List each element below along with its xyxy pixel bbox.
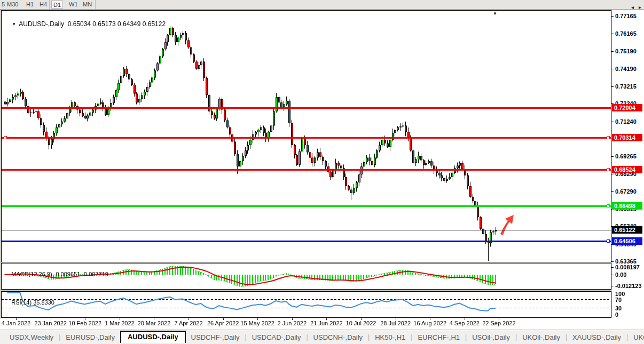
price-tick-label: 0.69265 <box>615 153 637 159</box>
date-label: 26 Apr 2022 <box>207 320 239 326</box>
date-label: 22 Sep 2022 <box>482 320 515 326</box>
date-tick <box>154 318 154 320</box>
date-label: 2 Jun 2022 <box>278 320 307 326</box>
date-tick <box>396 318 396 320</box>
line-handle[interactable] <box>607 239 610 243</box>
timeframe-button-mn[interactable]: MN <box>81 1 93 9</box>
current-price-line[interactable] <box>2 230 611 230</box>
price-line-label: 0.70314 <box>612 134 642 141</box>
macd-label: MACD(12,26,9) -0.009651 -0.007719 <box>5 265 108 284</box>
horizontal-level-line[interactable] <box>2 205 611 207</box>
chart-tab-bar: USDX,Weekly|EURUSD-,DailyAUDUSD-,DailyUS… <box>0 330 644 344</box>
price-chart-canvas[interactable] <box>2 11 611 262</box>
timeframe-button-h4[interactable]: H4 <box>38 1 49 9</box>
horizontal-level-line[interactable] <box>2 107 611 109</box>
price-tick-label: 0.71240 <box>615 118 637 125</box>
chart-tab-usdchf-daily[interactable]: USDCHF-,Daily <box>186 332 245 343</box>
rsi-tick-label: 30 <box>615 305 622 311</box>
price-line-label: 0.72004 <box>612 104 642 111</box>
timeframe-button-h1[interactable]: H1 <box>25 1 35 9</box>
price-tick-label: 0.73215 <box>615 83 637 90</box>
line-handle[interactable] <box>607 204 610 207</box>
macd-tick-label: 0.00 <box>615 271 626 278</box>
chart-ohlc-values: 0.65034 0.65173 0.64349 0.65122 <box>68 20 166 28</box>
macd-tick-dash <box>611 267 614 268</box>
chart-tab-ukoil-da[interactable]: UKOil-,Da <box>628 332 644 343</box>
price-tick-label: 0.77165 <box>615 13 637 19</box>
chart-tab-usdcad-daily[interactable]: USDCAD-,Daily <box>247 332 307 343</box>
price-tick-dash <box>611 122 614 122</box>
tab-scroll-left-icon[interactable]: ◂ <box>631 4 634 10</box>
symbol-dropdown-icon[interactable]: ▼ <box>12 22 16 27</box>
macd-tick-dash <box>611 275 614 275</box>
date-tick <box>292 318 293 320</box>
date-label: 4 Sep 2022 <box>450 320 480 326</box>
horizontal-level-line[interactable] <box>2 169 611 171</box>
chart-tab-usoil-daily[interactable]: USOil-,Daily <box>467 332 515 343</box>
line-handle[interactable] <box>607 136 610 139</box>
date-tick <box>85 318 85 320</box>
date-label: 23 Jan 2022 <box>34 320 67 326</box>
date-label: 10 Jul 2022 <box>346 320 376 326</box>
price-chart-panel: ▼AUDUSD-,Daily 0.65034 0.65173 0.64349 0… <box>1 10 611 262</box>
tab-scroll-right-icon[interactable]: ▸ <box>639 4 641 10</box>
chart-tab-usdcnh-daily[interactable]: USDCNH-,Daily <box>308 332 368 343</box>
rsi-label: RSI(14) 35.8330 <box>5 293 54 312</box>
date-tick <box>499 318 499 320</box>
date-label: 1 Mar 2022 <box>105 320 135 326</box>
macd-tick-label: 0.008197 <box>615 264 640 270</box>
mt4-terminal-window: { "toolbar": { "timeframes": [ {"label":… <box>0 0 644 344</box>
price-line-label: 0.68524 <box>612 166 642 173</box>
line-handle[interactable] <box>607 168 610 171</box>
date-tick <box>51 318 51 320</box>
price-tick-dash <box>611 156 614 157</box>
horizontal-level-line[interactable] <box>2 241 611 242</box>
chart-tab-eurchf-h1[interactable]: EURCHF-,H1 <box>412 332 465 343</box>
price-tick-label: 0.75190 <box>615 48 637 54</box>
chart-tab-xauusd-daily[interactable]: XAUUSD-,Daily <box>567 332 626 343</box>
price-tick-label: 0.76165 <box>615 30 637 37</box>
date-tick <box>326 318 327 320</box>
date-tick <box>430 318 430 320</box>
chart-tab-ukoil-daily[interactable]: UKOil-,Daily <box>517 332 566 343</box>
horizontal-level-line[interactable] <box>2 137 611 139</box>
price-tick-dash <box>611 51 614 52</box>
date-label: 21 Jun 2022 <box>310 320 343 326</box>
date-axis: 4 Jan 202223 Jan 202210 Feb 20221 Mar 20… <box>0 318 644 330</box>
date-label: 10 Feb 2022 <box>68 320 101 326</box>
timeframe-button-w1[interactable]: W1 <box>67 1 80 9</box>
macd-tick-dash <box>611 286 614 286</box>
rsi-canvas[interactable] <box>2 292 611 317</box>
date-label: 4 Jan 2022 <box>2 320 30 326</box>
timeframe-button-m30[interactable]: M30 <box>5 1 20 9</box>
chart-symbol-label: AUDUSD-,Daily <box>19 20 64 28</box>
price-tick-label: 0.74190 <box>615 66 637 72</box>
price-tick-dash <box>611 86 614 87</box>
macd-indicator-panel: MACD(12,26,9) -0.009651 -0.007719 <box>1 263 611 290</box>
rsi-value: 35.8330 <box>33 299 54 306</box>
date-label: 16 Aug 2022 <box>413 320 446 326</box>
date-tick <box>465 318 465 320</box>
date-tick <box>223 318 224 320</box>
date-label: 28 Jul 2022 <box>380 320 411 326</box>
price-tick-dash <box>611 191 614 192</box>
date-tick <box>257 318 258 320</box>
rsi-tick-label: 0 <box>615 311 618 318</box>
price-line-label: 0.65122 <box>612 226 642 234</box>
chart-tab-hk50-h1[interactable]: HK50-,H1 <box>370 332 411 343</box>
line-handle[interactable] <box>4 136 7 139</box>
chart-tab-eurusd-daily[interactable]: EURUSD-,Daily <box>60 332 120 343</box>
toolbar-separator <box>49 0 50 9</box>
date-tick <box>361 318 362 320</box>
chart-tab-usdx-weekly[interactable]: USDX,Weekly <box>4 332 59 343</box>
price-tick-dash <box>611 174 614 174</box>
timeframe-button-d1[interactable]: D1 <box>51 1 63 9</box>
price-tick-dash <box>611 69 614 69</box>
price-line-label: 0.66498 <box>612 202 642 210</box>
chart-title: ▼AUDUSD-,Daily 0.65034 0.65173 0.64349 0… <box>5 13 166 35</box>
date-label: 15 May 2022 <box>240 320 274 326</box>
last-bar-shift-marker-icon[interactable]: ▼ <box>493 12 497 16</box>
chart-tab-audusd-daily[interactable]: AUDUSD-,Daily <box>120 331 186 343</box>
toolbar-separator <box>95 0 96 9</box>
price-tick-dash <box>611 34 614 34</box>
